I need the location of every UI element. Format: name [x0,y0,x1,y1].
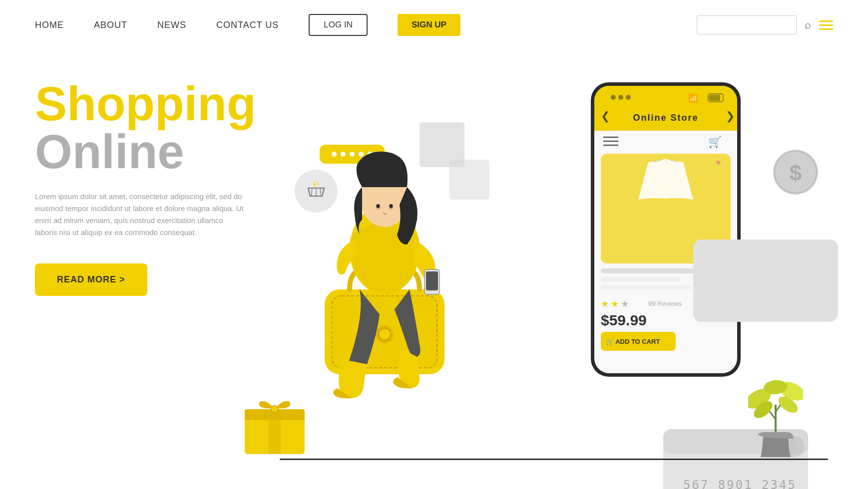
svg-point-10 [379,328,391,340]
svg-point-28 [611,95,616,100]
svg-rect-22 [269,409,281,454]
svg-text:★: ★ [601,299,609,309]
svg-point-23 [271,406,278,413]
svg-text:📶: 📶 [688,93,698,103]
header: HOME ABOUT NEWS CONTACT US LOG IN SIGN U… [0,0,868,50]
floor-line [280,459,828,460]
dollar-coin: $ [773,150,818,195]
svg-text:99 Reviews: 99 Reviews [648,300,682,307]
svg-text:♥: ♥ [716,158,721,168]
svg-text:❮: ❮ [601,110,610,123]
nav-home[interactable]: HOME [35,20,64,30]
svg-rect-19 [426,271,438,290]
gift-box [240,389,310,454]
read-more-button[interactable]: READ MORE > [35,263,147,296]
svg-point-29 [618,95,623,100]
login-button[interactable]: LOG IN [309,14,368,36]
svg-text:$: $ [790,161,802,185]
svg-text:★: ★ [621,299,629,309]
nav-contact[interactable]: CONTACT US [216,20,279,30]
phone-mockup: 📶 ❮ Online Store ❯ 🛒 ♥ [588,80,743,379]
nav-about[interactable]: ABOUT [94,20,127,30]
hamburger-menu-button[interactable] [819,20,833,30]
illustration-area: 1 $ [230,50,868,489]
svg-point-17 [390,204,393,208]
signup-button[interactable]: SIGN UP [398,14,460,36]
svg-text:★: ★ [611,299,619,309]
svg-rect-33 [709,95,720,101]
woman-illustration [260,100,509,409]
svg-point-16 [377,204,380,208]
svg-text:❯: ❯ [726,110,735,123]
svg-rect-44 [601,277,681,281]
svg-point-30 [626,95,631,100]
header-right: ⌕ [697,15,833,34]
svg-rect-45 [601,285,691,289]
svg-text:567 8901 2345: 567 8901 2345 [683,478,797,489]
search-input[interactable] [697,15,797,34]
search-icon[interactable]: ⌕ [805,18,811,31]
hero-description: Lorem ipsum dolor sit amet, consectetur … [35,191,245,239]
svg-text:$59.99: $59.99 [601,312,647,328]
svg-text:🛒 ADD TO CART: 🛒 ADD TO CART [606,337,660,346]
nav-news[interactable]: NEWS [157,20,186,30]
credit-card: 567 8901 2345 [693,240,838,322]
svg-text:🛒: 🛒 [708,135,722,149]
svg-text:Online Store: Online Store [633,113,698,123]
plant [748,360,803,462]
svg-rect-43 [601,268,701,273]
